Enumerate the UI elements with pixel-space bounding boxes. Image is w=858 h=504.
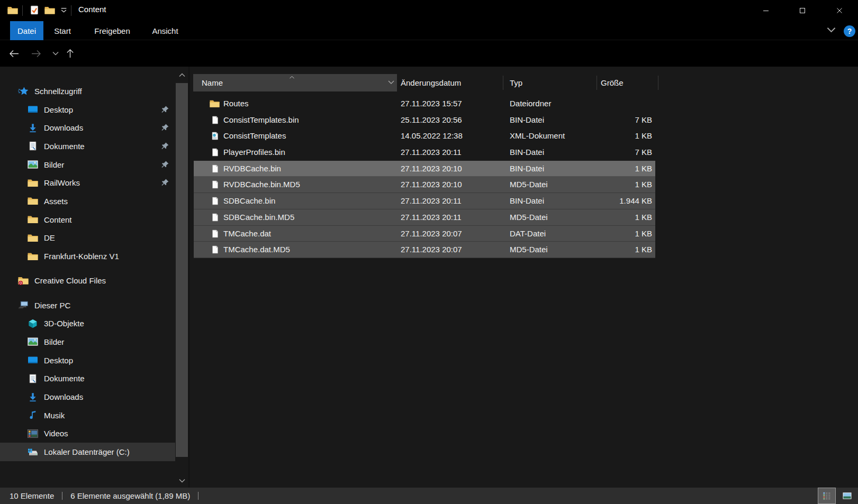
star-icon <box>18 86 29 96</box>
sidebar-item[interactable]: Bilder <box>0 333 175 351</box>
file-row[interactable]: PlayerProfiles.bin 27.11.2023 20:11 BIN-… <box>194 144 655 161</box>
file-icon <box>211 148 219 157</box>
sidebar-item[interactable]: Desktop <box>0 100 175 119</box>
app-folder-icon <box>7 6 18 15</box>
arrow-right-icon <box>31 50 41 58</box>
file-row[interactable]: TMCache.dat 27.11.2023 20:07 DAT-Datei 1… <box>194 226 655 242</box>
sidebar-item[interactable]: DE <box>0 229 175 248</box>
qat-properties-button[interactable] <box>30 5 39 15</box>
recent-locations-button[interactable] <box>49 47 62 60</box>
pane-divider <box>188 67 189 488</box>
column-header-type[interactable]: Typ <box>510 74 522 91</box>
scrollbar-thumb[interactable] <box>176 83 188 457</box>
qat-new-folder-button[interactable] <box>44 6 55 15</box>
pin-icon[interactable] <box>161 160 169 169</box>
file-row[interactable]: RVDBCache.bin.MD5 27.11.2023 20:10 MD5-D… <box>194 177 655 193</box>
maximize-button[interactable] <box>790 0 815 21</box>
sidebar-item[interactable]: Downloads <box>0 118 175 137</box>
tab-start[interactable]: Start <box>48 21 77 40</box>
column-header-name[interactable]: Name <box>193 74 397 91</box>
file-row[interactable]: ConsistTemplates 14.05.2022 12:38 XML-Do… <box>194 128 655 144</box>
column-separator[interactable] <box>503 76 503 90</box>
back-button[interactable] <box>7 47 21 60</box>
sidebar-item[interactable]: Videos <box>0 425 175 443</box>
details-view-button[interactable] <box>818 488 836 504</box>
sidebar-item[interactable]: 3D-Objekte <box>0 314 175 333</box>
file-size: 1.944 KB <box>619 196 652 205</box>
pin-icon[interactable] <box>161 123 169 132</box>
file-name: RVDBCache.bin.MD5 <box>223 180 300 189</box>
thumbnail-view-button[interactable] <box>838 488 856 504</box>
titlebar-separator <box>71 5 71 16</box>
column-separator[interactable] <box>597 76 597 90</box>
sidebar-item[interactable]: RailWorks <box>0 173 175 192</box>
scrollbar-down-button[interactable] <box>175 475 188 487</box>
ribbon-collapse-chevron-icon[interactable] <box>827 26 836 34</box>
tab-datei[interactable]: Datei <box>10 21 43 40</box>
file-icon <box>211 230 219 238</box>
pin-icon[interactable] <box>161 178 169 187</box>
sidebar-item-label: 3D-Objekte <box>44 319 84 328</box>
sidebar-item[interactable]: Bilder <box>0 155 175 174</box>
sidebar-item[interactable]: Creative Cloud Files <box>0 271 175 290</box>
video-icon <box>28 429 38 438</box>
file-type: XML-Dokument <box>510 131 565 140</box>
file-name: TMCache.dat.MD5 <box>223 245 290 254</box>
sort-ascending-icon <box>288 75 295 79</box>
sidebar-item[interactable]: Downloads <box>0 388 175 406</box>
tab-freigeben[interactable]: Freigeben <box>89 21 136 40</box>
sidebar-item[interactable]: Content <box>0 210 175 229</box>
up-button[interactable] <box>63 47 77 60</box>
column-header-size[interactable]: Größe <box>601 74 624 91</box>
sidebar-item[interactable]: Desktop <box>0 351 175 370</box>
file-icon <box>211 213 219 222</box>
sidebar-item[interactable]: Frankfurt-Koblenz V1 <box>0 247 175 265</box>
sidebar-item[interactable]: Schnellzugriff <box>0 82 175 100</box>
file-icon <box>211 197 219 205</box>
help-button[interactable]: ? <box>844 25 855 37</box>
file-name: TMCache.dat <box>223 229 271 238</box>
cc-folder-icon <box>18 276 29 286</box>
file-row[interactable]: ConsistTemplates.bin 25.11.2023 20:56 BI… <box>194 112 655 129</box>
sidebar-item[interactable]: Dokumente <box>0 370 175 388</box>
minimize-button[interactable] <box>754 0 778 21</box>
file-type: Dateiordner <box>510 99 551 108</box>
column-separator[interactable] <box>658 76 658 90</box>
tab-ansicht[interactable]: Ansicht <box>148 21 182 40</box>
status-separator <box>198 492 198 500</box>
file-size: 1 KB <box>635 245 652 254</box>
sidebar-item-label: Downloads <box>44 392 83 401</box>
picture-icon <box>28 160 38 169</box>
file-row[interactable]: SDBCache.bin.MD5 27.11.2023 20:11 MD5-Da… <box>194 209 655 226</box>
chevron-down-icon <box>179 479 185 483</box>
file-date: 27.11.2023 20:10 <box>401 180 462 189</box>
pin-icon[interactable] <box>161 142 169 150</box>
file-row[interactable]: Routes 27.11.2023 15:57 Dateiordner <box>194 96 655 112</box>
file-row[interactable]: SDBCache.bin 27.11.2023 20:11 BIN-Datei … <box>194 193 655 209</box>
file-icon <box>211 116 219 124</box>
navigation-pane: Schnellzugriff Desktop Downloads Dokumen… <box>0 82 175 461</box>
column-filter-chevron-icon[interactable] <box>388 80 394 85</box>
navigation-toolbar: « › Lokaler Datenträger (C:) › Programme… <box>0 40 858 67</box>
sidebar-item[interactable]: Dieser PC <box>0 296 175 315</box>
file-type: BIN-Datei <box>510 196 544 205</box>
sidebar-item[interactable]: Assets <box>0 192 175 210</box>
sidebar-scrollbar[interactable] <box>175 67 188 488</box>
forward-button[interactable] <box>29 47 43 60</box>
file-row[interactable]: RVDBCache.bin 27.11.2023 20:10 BIN-Datei… <box>194 161 655 177</box>
close-button[interactable] <box>827 0 852 21</box>
sidebar-item[interactable]: Lokaler Datenträger (C:) <box>0 443 175 461</box>
file-row[interactable]: TMCache.dat.MD5 27.11.2023 20:07 MD5-Dat… <box>194 242 655 258</box>
sidebar-item-label: Dokumente <box>44 374 85 383</box>
sidebar-item[interactable]: Dokumente <box>0 137 175 155</box>
sidebar-item[interactable]: Musik <box>0 406 175 425</box>
scrollbar-up-button[interactable] <box>175 69 188 80</box>
qat-dropdown-icon[interactable] <box>60 7 67 13</box>
column-header-date[interactable]: Änderungsdatum <box>401 74 461 91</box>
pin-icon[interactable] <box>161 105 169 114</box>
details-view-icon <box>823 492 832 500</box>
cube-icon <box>28 319 38 328</box>
sidebar-item-label: Bilder <box>44 337 64 346</box>
music-icon <box>28 410 38 420</box>
file-name: PlayerProfiles.bin <box>223 148 285 157</box>
